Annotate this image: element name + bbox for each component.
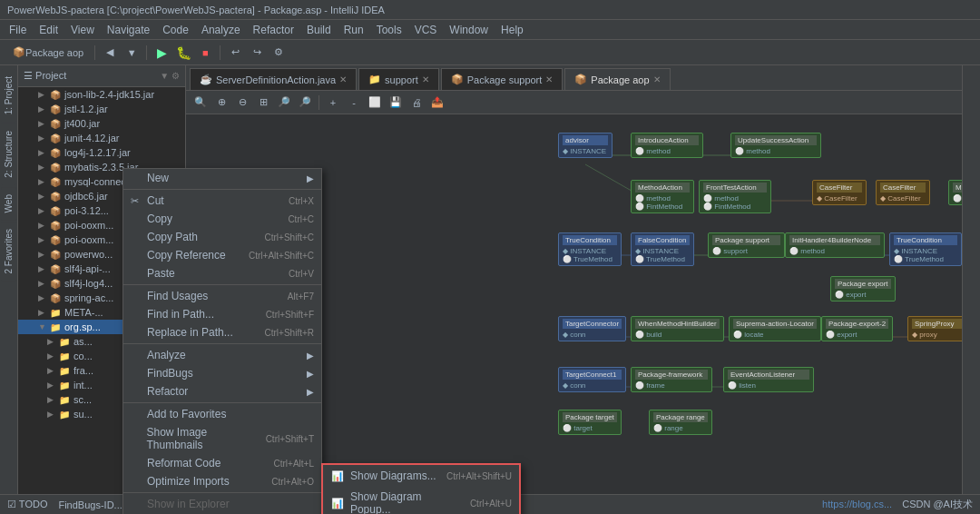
ctx-analyze[interactable]: Analyze ▶ — [123, 346, 321, 364]
canvas-btn-4[interactable]: ⊞ — [254, 94, 272, 112]
ctx-copy[interactable]: Copy Ctrl+C — [123, 210, 321, 228]
diag-node-truecond1[interactable]: TrueCondition ◆ INSTANCE ⚪ TrueMethod — [558, 232, 622, 266]
ctx-findbugs[interactable]: FindBugs ▶ — [123, 364, 321, 382]
diag-node-pkg-framework[interactable]: Package-framework ⚪ frame — [631, 367, 712, 392]
ctx-findbugs-label: FindBugs — [147, 367, 193, 380]
ctx-copy-ref[interactable]: Copy Reference Ctrl+Alt+Shift+C — [123, 246, 321, 264]
diag-node-event-action[interactable]: EventActionListener ⚪ listen — [723, 367, 814, 392]
ctx-reformat-shortcut: Ctrl+Alt+L — [274, 459, 314, 469]
tree-item[interactable]: ▶ 📦 jt400.jar — [18, 116, 185, 131]
tab-support[interactable]: 📁 support ✕ — [358, 68, 439, 90]
menu-edit[interactable]: Edit — [34, 22, 64, 38]
diag-node-advisor[interactable]: advisor ◆ INSTANCE — [558, 133, 612, 158]
diag-node-casefilter1[interactable]: CaseFilter ◆ CaseFilter — [812, 180, 867, 205]
ctx-optimize[interactable]: Optimize Imports Ctrl+Alt+O — [123, 472, 321, 490]
ctx-refactor[interactable]: Refactor ▶ — [123, 382, 321, 400]
jar-icon: 📦 — [49, 88, 62, 101]
canvas-btn-3[interactable]: ⊖ — [233, 94, 251, 112]
ctx-copy-path[interactable]: Copy Path Ctrl+Shift+C — [123, 228, 321, 246]
diag-node-falsecond[interactable]: FalseCondition ◆ INSTANCE ⚪ TrueMethod — [631, 232, 694, 266]
ctx-reformat[interactable]: Reformat Code Ctrl+Alt+L — [123, 454, 321, 472]
menu-navigate[interactable]: Navigate — [102, 22, 155, 38]
toolbar-btn-2[interactable]: ▼ — [122, 44, 141, 62]
diag-node-update[interactable]: UpdateSuccessAction ⚪ method — [730, 133, 821, 158]
diag-node-pkg-export[interactable]: Package export ⚪ export — [830, 276, 896, 301]
tab-close[interactable]: ✕ — [422, 74, 429, 84]
menu-help[interactable]: Help — [495, 22, 529, 38]
ctx-img-thumb[interactable]: Show Image Thumbnails Ctrl+Shift+T — [123, 423, 321, 454]
ctx-find-path[interactable]: Find in Path... Ctrl+Shift+F — [123, 305, 321, 323]
diag-node-target-conn2[interactable]: TargetConnect1 ◆ conn — [558, 367, 626, 392]
sub-show-diagrams[interactable]: 📊 Show Diagrams... Ctrl+Alt+Shift+U — [323, 465, 519, 487]
diag-node-springproxy[interactable]: SpringProxy ◆ proxy — [907, 316, 962, 341]
toolbar-undo[interactable]: ↩ — [226, 44, 244, 62]
ctx-cut[interactable]: ✂ Cut Ctrl+X — [123, 192, 321, 210]
menu-build[interactable]: Build — [301, 22, 337, 38]
toolbar-debug[interactable]: 🐛 — [174, 44, 192, 62]
ctx-find-usages-shortcut: Alt+F7 — [288, 292, 314, 301]
canvas-share[interactable]: 📤 — [428, 94, 446, 112]
tab-close[interactable]: ✕ — [339, 74, 347, 84]
ctx-add-fav[interactable]: Add to Favorites — [123, 405, 321, 423]
menu-code[interactable]: Code — [157, 22, 194, 38]
status-findbugs[interactable]: FindBugs-ID... — [58, 499, 122, 510]
toolbar-stop[interactable]: ■ — [196, 44, 214, 62]
menu-tools[interactable]: Tools — [371, 22, 407, 38]
tab-close[interactable]: ✕ — [545, 74, 553, 84]
diag-node-pkg-export2[interactable]: Package-export-2 ⚪ export — [821, 316, 893, 341]
canvas-btn-6[interactable]: 🔎 — [296, 94, 314, 112]
diag-node-truecond2[interactable]: TrueCondition ◆ INSTANCE ⚪ TrueMethod — [889, 232, 962, 266]
ctx-paste[interactable]: Paste Ctrl+V — [123, 264, 321, 282]
tree-item[interactable]: ▶ 📦 json-lib-2.4-jdk15.jar — [18, 87, 185, 102]
canvas-fit[interactable]: ⬜ — [366, 94, 384, 112]
diag-node-fronttest[interactable]: FrontTestAction ⚪ method ⚪ FintMethod — [699, 180, 771, 213]
canvas-export[interactable]: 💾 — [387, 94, 405, 112]
tab-label: support — [385, 74, 418, 85]
menu-window[interactable]: Window — [444, 22, 494, 38]
toolbar-redo[interactable]: ↪ — [248, 44, 266, 62]
canvas-zoom-out[interactable]: - — [345, 94, 363, 112]
left-tab-structure[interactable]: 2: Structure — [1, 124, 16, 185]
menu-run[interactable]: Run — [338, 22, 369, 38]
left-tab-project[interactable]: 1: Project — [1, 69, 16, 122]
diag-node-pkg-target[interactable]: Package target ⚪ target — [558, 410, 622, 435]
diag-node-when-method[interactable]: WhenMethodHintBuilder ⚪ build — [631, 316, 724, 341]
sub-show-diagram-popup[interactable]: 📊 Show Diagram Popup... Ctrl+Alt+U — [323, 487, 519, 514]
ctx-find-usages[interactable]: Find Usages Alt+F7 — [123, 287, 321, 305]
tab-package-aop[interactable]: 📦 Package aop ✕ — [564, 68, 670, 90]
canvas-btn-5[interactable]: 🔎 — [275, 94, 293, 112]
canvas-btn-1[interactable]: 🔍 — [191, 94, 210, 112]
tab-close[interactable]: ✕ — [653, 74, 661, 84]
diag-node-init-handler[interactable]: InitHandler4BuilderNode ⚪ method — [785, 232, 885, 258]
left-tab-favorites[interactable]: 2 Favorites — [1, 222, 16, 281]
tree-label: org.sp... — [64, 321, 101, 332]
toolbar-settings[interactable]: ⚙ — [270, 44, 288, 62]
canvas-zoom-in[interactable]: + — [324, 94, 342, 112]
canvas-btn-2[interactable]: ⊕ — [212, 94, 230, 112]
toolbar-btn-1[interactable]: ◀ — [101, 44, 119, 62]
ctx-new[interactable]: New ▶ — [123, 169, 321, 187]
tab-package-support[interactable]: 📦 Package support ✕ — [441, 68, 564, 90]
menu-file[interactable]: File — [4, 22, 32, 38]
diag-node-method-body[interactable]: MethodBodyHint ⚪ method — [948, 180, 962, 205]
menu-analyze[interactable]: Analyze — [196, 22, 246, 38]
toolbar-run[interactable]: ▶ — [152, 44, 171, 62]
diag-node-pkg-support[interactable]: Package support ⚪ support — [708, 232, 785, 258]
tree-item[interactable]: ▶ 📦 junit-4.12.jar — [18, 131, 185, 145]
diag-node-target-conn[interactable]: TargetConnector ◆ conn — [558, 316, 626, 341]
menu-vcs[interactable]: VCS — [409, 22, 443, 38]
tab-server-action[interactable]: ☕ ServerDefinitionAction.java ✕ — [190, 68, 357, 90]
menu-view[interactable]: View — [65, 22, 100, 38]
tree-item[interactable]: ▶ 📦 jstl-1.2.jar — [18, 102, 185, 116]
diag-node-pkg-range[interactable]: Package range ⚪ range — [649, 410, 712, 435]
diag-node-method[interactable]: MethodAction ⚪ method ⚪ FintMethod — [631, 180, 694, 213]
left-tab-web[interactable]: Web — [1, 187, 16, 220]
menu-refactor[interactable]: Refactor — [248, 22, 299, 38]
tree-item[interactable]: ▶ 📦 log4j-1.2.17.jar — [18, 145, 185, 160]
status-todo[interactable]: ☑ TODO — [7, 499, 47, 510]
diag-node-introduce[interactable]: IntroduceAction ⚪ method — [631, 133, 703, 158]
ctx-replace[interactable]: Replace in Path... Ctrl+Shift+R — [123, 323, 321, 341]
diag-node-suprema[interactable]: Suprema-action-Locator ⚪ locate — [729, 316, 821, 341]
diag-node-casefilter2[interactable]: CaseFilter ◆ CaseFilter — [876, 180, 930, 205]
canvas-print[interactable]: 🖨 — [407, 94, 426, 112]
